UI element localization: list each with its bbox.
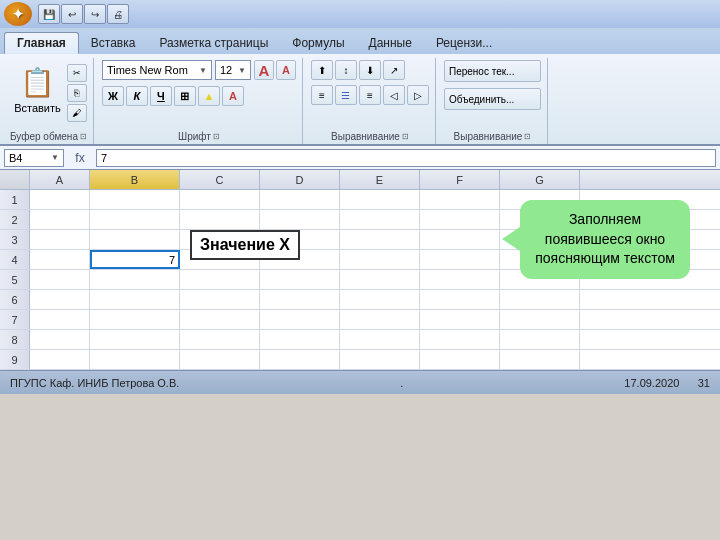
cell-b3[interactable] (90, 230, 180, 249)
cell-g7[interactable] (500, 310, 580, 329)
cell-c6[interactable] (180, 290, 260, 309)
cell-g9[interactable] (500, 350, 580, 369)
cell-a3[interactable] (30, 230, 90, 249)
cell-c5[interactable] (180, 270, 260, 289)
wrap-expand-icon[interactable]: ⊡ (524, 132, 531, 141)
font-size-dropdown[interactable]: 12 ▼ (215, 60, 251, 80)
cell-e4[interactable] (340, 250, 420, 269)
cell-reference-box[interactable]: B4 ▼ (4, 149, 64, 167)
cell-c9[interactable] (180, 350, 260, 369)
copy-button[interactable]: ⎘ (67, 84, 87, 102)
cell-e8[interactable] (340, 330, 420, 349)
cell-f7[interactable] (420, 310, 500, 329)
col-header-e[interactable]: E (340, 170, 420, 189)
cell-d6[interactable] (260, 290, 340, 309)
font-color-button[interactable]: A (222, 86, 244, 106)
undo-btn[interactable]: ↩ (61, 4, 83, 24)
align-top-btn[interactable]: ⬆ (311, 60, 333, 80)
cell-d1[interactable] (260, 190, 340, 209)
font-name-dropdown[interactable]: Times New Rom ▼ (102, 60, 212, 80)
cell-b1[interactable] (90, 190, 180, 209)
cell-e9[interactable] (340, 350, 420, 369)
increase-font-btn[interactable]: A (254, 60, 274, 80)
wrap-text-button[interactable]: Перенос тек... (444, 60, 541, 82)
cell-e3[interactable] (340, 230, 420, 249)
cell-g6[interactable] (500, 290, 580, 309)
fill-color-button[interactable]: ▲ (198, 86, 220, 106)
merge-cells-button[interactable]: Объединить... (444, 88, 541, 110)
decrease-font-btn[interactable]: A (276, 60, 296, 80)
font-expand-icon[interactable]: ⊡ (213, 132, 220, 141)
cell-b8[interactable] (90, 330, 180, 349)
cell-b6[interactable] (90, 290, 180, 309)
cell-b5[interactable] (90, 270, 180, 289)
tab-page-layout[interactable]: Разметка страницы (147, 32, 280, 54)
cell-f9[interactable] (420, 350, 500, 369)
col-header-b[interactable]: B (90, 170, 180, 189)
cell-a2[interactable] (30, 210, 90, 229)
col-header-g[interactable]: G (500, 170, 580, 189)
cell-f2[interactable] (420, 210, 500, 229)
align-left-btn[interactable]: ≡ (311, 85, 333, 105)
clipboard-expand-icon[interactable]: ⊡ (80, 132, 87, 141)
tab-data[interactable]: Данные (357, 32, 424, 54)
cell-c8[interactable] (180, 330, 260, 349)
align-right-btn[interactable]: ≡ (359, 85, 381, 105)
cell-b7[interactable] (90, 310, 180, 329)
cell-a5[interactable] (30, 270, 90, 289)
border-button[interactable]: ⊞ (174, 86, 196, 106)
formula-input[interactable]: 7 (96, 149, 716, 167)
cell-f3[interactable] (420, 230, 500, 249)
cell-e6[interactable] (340, 290, 420, 309)
col-header-a[interactable]: A (30, 170, 90, 189)
cell-c2[interactable] (180, 210, 260, 229)
cell-b4[interactable]: 7 (90, 250, 180, 269)
corner-cell[interactable] (0, 170, 30, 189)
underline-button[interactable]: Ч (150, 86, 172, 106)
cell-d8[interactable] (260, 330, 340, 349)
cell-e5[interactable] (340, 270, 420, 289)
cut-button[interactable]: ✂ (67, 64, 87, 82)
format-painter-button[interactable]: 🖌 (67, 104, 87, 122)
alignment-expand-icon[interactable]: ⊡ (402, 132, 409, 141)
text-angle-btn[interactable]: ↗ (383, 60, 405, 80)
col-header-f[interactable]: F (420, 170, 500, 189)
cell-c1[interactable] (180, 190, 260, 209)
col-header-c[interactable]: C (180, 170, 260, 189)
tab-review[interactable]: Рецензи... (424, 32, 504, 54)
cell-d7[interactable] (260, 310, 340, 329)
indent-increase-btn[interactable]: ▷ (407, 85, 429, 105)
cell-f6[interactable] (420, 290, 500, 309)
paste-button[interactable]: 📋 Вставить (10, 60, 65, 116)
cell-a7[interactable] (30, 310, 90, 329)
cell-a9[interactable] (30, 350, 90, 369)
align-middle-btn[interactable]: ↕ (335, 60, 357, 80)
cell-d5[interactable] (260, 270, 340, 289)
cell-f8[interactable] (420, 330, 500, 349)
cell-d9[interactable] (260, 350, 340, 369)
cell-f1[interactable] (420, 190, 500, 209)
italic-button[interactable]: К (126, 86, 148, 106)
tab-formulas[interactable]: Формулы (280, 32, 356, 54)
cell-e1[interactable] (340, 190, 420, 209)
save-btn[interactable]: 💾 (38, 4, 60, 24)
redo-btn[interactable]: ↪ (84, 4, 106, 24)
cell-e7[interactable] (340, 310, 420, 329)
office-button[interactable]: ✦ (4, 2, 32, 26)
cell-f4[interactable] (420, 250, 500, 269)
align-center-btn[interactable]: ☰ (335, 85, 357, 105)
col-header-d[interactable]: D (260, 170, 340, 189)
align-bottom-btn[interactable]: ⬇ (359, 60, 381, 80)
cell-e2[interactable] (340, 210, 420, 229)
cell-c7[interactable] (180, 310, 260, 329)
cell-f5[interactable] (420, 270, 500, 289)
cell-b2[interactable] (90, 210, 180, 229)
indent-decrease-btn[interactable]: ◁ (383, 85, 405, 105)
tab-insert[interactable]: Вставка (79, 32, 148, 54)
tab-home[interactable]: Главная (4, 32, 79, 54)
cell-b9[interactable] (90, 350, 180, 369)
cell-a1[interactable] (30, 190, 90, 209)
bold-button[interactable]: Ж (102, 86, 124, 106)
cell-g8[interactable] (500, 330, 580, 349)
cell-d2[interactable] (260, 210, 340, 229)
